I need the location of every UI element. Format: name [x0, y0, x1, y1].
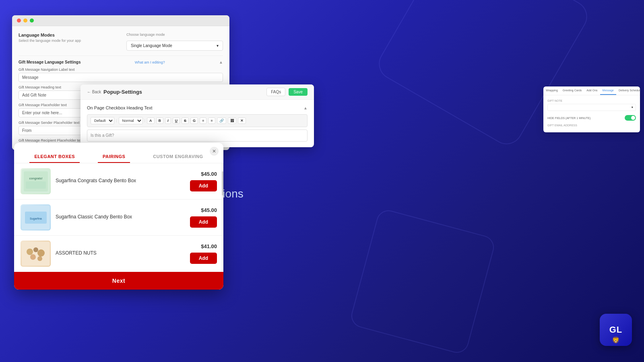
btn-image[interactable]: 🖼	[228, 117, 236, 124]
product-image-2	[21, 241, 51, 267]
svg-text:Sugarfina: Sugarfina	[30, 217, 42, 220]
dropdown-label: Choose language mode	[126, 33, 223, 37]
language-subtitle: Select the language mode for your app	[19, 39, 126, 43]
tab-greeting-cards[interactable]: Greeting Cards	[560, 86, 584, 95]
toolbar-separator-1: :	[116, 119, 117, 123]
product-image-1: Sugarfina	[21, 204, 51, 230]
product-info-0: Sugarfina Congrats Candy Bento Box	[56, 178, 185, 185]
chevron-up-icon: ▲	[219, 60, 223, 64]
scrollbar-track	[222, 163, 223, 272]
btn-list-2[interactable]: ≡	[208, 117, 215, 124]
btn-clear[interactable]: ✕	[238, 117, 246, 124]
svg-rect-3	[26, 181, 46, 189]
tab-custom-engraving[interactable]: CUSTOM ENGRAVING	[148, 151, 208, 163]
btn-italic[interactable]: B	[156, 117, 164, 124]
nuts-image	[21, 241, 51, 267]
product-right-1: $45.00 Add	[190, 207, 217, 228]
faqs-button[interactable]: FAQs	[266, 88, 285, 96]
product-tabs: ELEGANT BOXES PAIRINGS CUSTOM ENGRAVING	[14, 151, 223, 163]
editor-toolbar: Default : Normal : A B I U S G ≡ ≡ 🔗 🖼 ✕	[87, 114, 308, 127]
popup-title: Popup-Settings	[103, 89, 142, 95]
close-button[interactable]: ✕	[210, 147, 219, 156]
toolbar-separator-2: :	[144, 119, 146, 123]
product-item-2: ASSORTED NUTS $41.00 Add	[14, 236, 223, 272]
toolbar-format-select[interactable]: Normal	[119, 117, 143, 124]
tab-add-ons[interactable]: Add Ons	[584, 86, 600, 95]
product-price-1: $45.00	[195, 207, 217, 213]
language-dropdown[interactable]: Single Language Mode ▾	[126, 41, 223, 51]
gift-section-title: Gift Message Language Settings	[19, 60, 80, 64]
btn-bold[interactable]: A	[147, 117, 155, 124]
dropdown-value: Single Language Mode	[131, 43, 172, 48]
settings-dropdown[interactable]: ▾	[547, 104, 636, 111]
language-right: Choose language mode Single Language Mod…	[126, 33, 223, 51]
add-button-1[interactable]: Add	[190, 216, 217, 228]
product-item-0: congrats! Sugarfina Congrats Candy Bento…	[14, 163, 223, 200]
popup-settings-window: ← Back Popup-Settings FAQs Save On Page …	[80, 84, 314, 147]
product-header: ✕	[14, 143, 223, 148]
btn-link[interactable]: 🔗	[217, 117, 226, 124]
svg-rect-7	[22, 242, 50, 266]
svg-text:congrats!: congrats!	[29, 177, 42, 180]
product-name-0: Sugarfina Congrats Candy Bento Box	[56, 178, 185, 183]
bg-decoration-2	[349, 208, 496, 355]
svg-point-12	[37, 256, 42, 261]
gift-section-header: Gift Message Language Settings What am I…	[19, 60, 223, 64]
dot-yellow	[23, 19, 27, 23]
btn-list-1[interactable]: ≡	[200, 117, 206, 124]
language-section-title: Language Modes	[19, 33, 126, 37]
gl-badge: GL 🦁	[600, 314, 632, 346]
email-label: GIFT EMAIL ADDRESS	[547, 124, 636, 127]
popup-body: On Page Checkbox Heading Text ▲ Default …	[80, 100, 314, 147]
editor-content[interactable]: Is this a Gift?	[87, 130, 308, 142]
toggle-row: HIDE FIELDS (AFTER 1 MINUTE)	[547, 115, 636, 121]
gl-icon: 🦁	[612, 336, 620, 344]
congrats-image: congrats!	[21, 168, 51, 194]
dot-green	[30, 19, 34, 23]
popup-section-header: On Page Checkbox Heading Text ▲	[87, 105, 308, 110]
scrollbar-thumb[interactable]	[222, 171, 223, 195]
product-item-1: Sugarfina Sugarfina Classic Candy Bento …	[14, 200, 223, 236]
tab-delivery[interactable]: Delivery Schedule	[616, 86, 640, 95]
gl-text: GL	[609, 325, 623, 335]
product-name-2: ASSORTED NUTS	[56, 250, 185, 256]
gift-note-label: GIFT NOTE	[547, 99, 636, 102]
field-input-0[interactable]: Message	[19, 73, 223, 82]
toolbar-style-select[interactable]: Default	[91, 117, 114, 124]
product-list: congrats! Sugarfina Congrats Candy Bento…	[14, 163, 223, 272]
dot-red	[17, 19, 21, 23]
next-button[interactable]: Next	[14, 272, 223, 290]
svg-point-10	[37, 249, 45, 257]
btn-g[interactable]: G	[190, 117, 198, 124]
svg-point-11	[30, 254, 36, 260]
dropdown-row: ▾	[547, 104, 636, 113]
btn-strikethrough[interactable]: U	[173, 117, 180, 124]
product-image-0: congrats!	[21, 168, 51, 194]
add-button-2[interactable]: Add	[190, 253, 217, 264]
back-btn[interactable]: ← Back	[87, 90, 101, 94]
btn-underline[interactable]: I	[165, 117, 171, 124]
tab-message[interactable]: Message	[600, 86, 616, 95]
chevron-up-icon-popup: ▲	[303, 106, 308, 110]
toggle-switch[interactable]	[625, 115, 636, 121]
product-price-0: $45.00	[195, 171, 217, 177]
product-info-1: Sugarfina Classic Candy Bento Box	[56, 214, 185, 221]
tab-wrapping[interactable]: Wrapping	[543, 86, 560, 95]
tab-elegant-boxes[interactable]: ELEGANT BOXES	[29, 151, 80, 163]
language-titlebar	[12, 15, 229, 26]
popup-header: ← Back Popup-Settings FAQs Save	[80, 84, 314, 100]
gift-section-link[interactable]: What am I editing?	[135, 60, 165, 64]
add-button-0[interactable]: Add	[190, 180, 217, 191]
settings-panel: Wrapping Greeting Cards Add Ons Message …	[543, 86, 640, 132]
settings-tabs: Wrapping Greeting Cards Add Ons Message …	[543, 86, 640, 95]
field-label-0: Gift Message Navigation Label text	[19, 68, 223, 72]
toggle-label: HIDE FIELDS (AFTER 1 MINUTE)	[547, 117, 590, 119]
product-right-0: $45.00 Add	[190, 171, 217, 191]
language-row: Language Modes Select the language mode …	[19, 33, 223, 51]
tab-pairings[interactable]: PAIRINGS	[98, 151, 130, 163]
popup-header-right: FAQs Save	[266, 88, 308, 96]
save-button[interactable]: Save	[289, 88, 308, 96]
chevron-down-icon: ▾	[217, 43, 219, 48]
product-modal: ✕ ELEGANT BOXES PAIRINGS CUSTOM ENGRAVIN…	[14, 143, 223, 290]
btn-color[interactable]: S	[182, 117, 189, 124]
